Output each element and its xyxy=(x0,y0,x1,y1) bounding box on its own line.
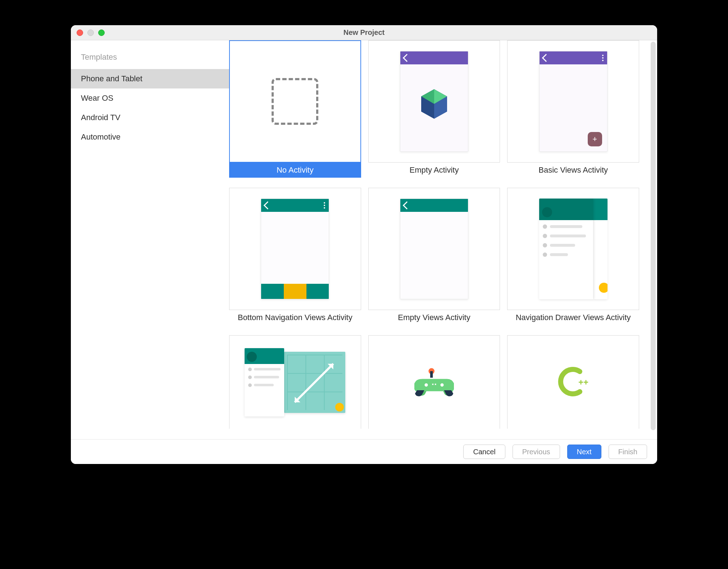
dashed-placeholder-icon xyxy=(272,78,318,125)
sidebar-item-wear-os[interactable]: Wear OS xyxy=(71,88,229,108)
template-label: Empty Activity xyxy=(410,163,459,178)
svg-point-10 xyxy=(424,383,428,386)
game-controller-icon xyxy=(414,368,454,397)
more-vert-icon xyxy=(324,202,325,209)
finish-button: Finish xyxy=(609,445,647,459)
sidebar-item-label: Android TV xyxy=(81,113,120,122)
svg-rect-9 xyxy=(430,371,433,377)
svg-rect-12 xyxy=(432,383,433,385)
jetpack-compose-icon xyxy=(420,88,449,121)
template-label: Bottom Navigation Views Activity xyxy=(238,310,352,325)
cpp-icon: ++ xyxy=(555,364,591,400)
bottom-nav-icon xyxy=(261,284,329,299)
template-empty-activity[interactable]: Empty Activity xyxy=(368,40,500,178)
template-thumbnail: + xyxy=(507,40,639,163)
next-button[interactable]: Next xyxy=(567,445,601,459)
sidebar-item-phone-tablet[interactable]: Phone and Tablet xyxy=(71,69,229,88)
template-thumbnail: ++ xyxy=(507,335,639,429)
dialog-footer: Cancel Previous Next Finish xyxy=(71,440,657,464)
maximize-window-button[interactable] xyxy=(98,29,105,36)
sidebar-item-android-tv[interactable]: Android TV xyxy=(71,108,229,127)
more-vert-icon xyxy=(602,55,604,61)
window-controls xyxy=(77,29,105,36)
scrollbar[interactable] xyxy=(651,42,656,430)
dialog-body: Templates Phone and Tablet Wear OS Andro… xyxy=(71,40,657,440)
appbar-icon xyxy=(261,199,329,212)
appbar-icon xyxy=(540,51,607,64)
svg-text:++: ++ xyxy=(578,377,588,387)
sidebar-item-label: Wear OS xyxy=(81,94,113,103)
template-thumbnail xyxy=(229,40,361,163)
template-label: No Activity xyxy=(229,163,361,178)
appbar-icon xyxy=(593,199,608,220)
previous-button: Previous xyxy=(513,445,560,459)
appbar-icon xyxy=(400,51,468,64)
drawer-icon xyxy=(539,199,593,299)
window-title: New Project xyxy=(71,28,657,37)
appbar-icon xyxy=(400,199,468,212)
back-arrow-icon xyxy=(264,201,272,210)
back-arrow-icon xyxy=(403,54,411,62)
template-thumbnail xyxy=(229,335,361,429)
template-thumbnail xyxy=(507,188,639,310)
template-no-activity[interactable]: No Activity xyxy=(229,40,361,178)
template-responsive-views-activity[interactable] xyxy=(229,335,361,429)
template-label: Empty Views Activity xyxy=(398,310,470,325)
sidebar-item-automotive[interactable]: Automotive xyxy=(71,127,229,147)
template-nav-drawer-views-activity[interactable]: Navigation Drawer Views Activity xyxy=(507,188,639,325)
template-empty-views-activity[interactable]: Empty Views Activity xyxy=(368,188,500,325)
template-gallery: No Activity xyxy=(229,40,657,439)
sidebar-item-label: Automotive xyxy=(81,132,120,141)
template-thumbnail xyxy=(368,40,500,163)
svg-rect-13 xyxy=(435,383,436,385)
svg-line-5 xyxy=(295,364,333,402)
new-project-window: New Project Templates Phone and Tablet W… xyxy=(71,25,657,464)
cancel-button[interactable]: Cancel xyxy=(463,445,505,459)
titlebar: New Project xyxy=(71,25,657,40)
template-thumbnail xyxy=(368,188,500,310)
template-game-activity[interactable] xyxy=(368,335,500,429)
template-label: Basic Views Activity xyxy=(538,163,608,178)
back-arrow-icon xyxy=(403,201,411,210)
template-label: Navigation Drawer Views Activity xyxy=(516,310,631,325)
back-arrow-icon xyxy=(542,54,550,62)
fab-add-icon: + xyxy=(588,132,602,146)
template-native-cpp[interactable]: ++ xyxy=(507,335,639,429)
responsive-layout-icon xyxy=(245,348,345,416)
template-basic-views-activity[interactable]: + Basic Views Activity xyxy=(507,40,639,178)
template-thumbnail xyxy=(368,335,500,429)
template-bottom-nav-views-activity[interactable]: Bottom Navigation Views Activity xyxy=(229,188,361,325)
sidebar-header: Templates xyxy=(71,50,229,69)
svg-point-11 xyxy=(440,383,443,386)
template-thumbnail xyxy=(229,188,361,310)
templates-sidebar: Templates Phone and Tablet Wear OS Andro… xyxy=(71,40,229,439)
fab-icon xyxy=(599,283,608,293)
close-window-button[interactable] xyxy=(77,29,83,36)
sidebar-item-label: Phone and Tablet xyxy=(81,74,142,83)
minimize-window-button[interactable] xyxy=(87,29,94,36)
